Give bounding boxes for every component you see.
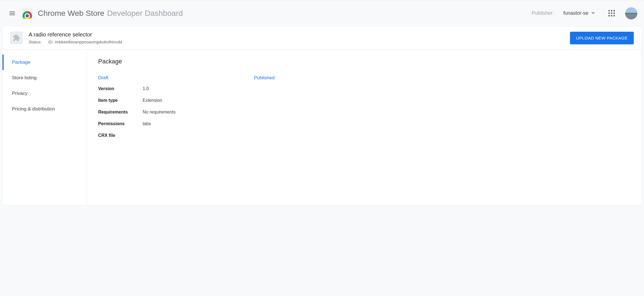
kv-key: Version bbox=[98, 86, 143, 91]
chevron-down-icon bbox=[591, 12, 595, 14]
kv-row-version: Version 1.0 bbox=[98, 86, 254, 91]
kv-key: Item type bbox=[98, 98, 143, 103]
top-bar: Chrome Web Store Developer Dashboard Pub… bbox=[0, 0, 644, 26]
draft-column: Draft Version 1.0 Item type Extension Re… bbox=[98, 75, 254, 145]
publisher-dropdown[interactable]: funastor-se bbox=[563, 10, 595, 16]
publisher-value: funastor-se bbox=[563, 10, 588, 16]
id-label: ID: bbox=[48, 40, 54, 44]
extension-puzzle-icon bbox=[10, 32, 23, 44]
published-header: Published bbox=[254, 75, 410, 81]
kv-row-crx-file: CRX file bbox=[98, 133, 254, 138]
kv-val: 1.0 bbox=[143, 86, 149, 91]
title-main: Chrome Web Store bbox=[38, 9, 104, 18]
status-label: Status: bbox=[29, 40, 42, 44]
main-content: Package Draft Version 1.0 Item type Exte… bbox=[87, 50, 641, 205]
kv-key: CRX file bbox=[98, 133, 143, 138]
sidebar: Package Store listing Privacy Pricing & … bbox=[3, 50, 87, 205]
sidebar-item-label: Store listing bbox=[12, 75, 37, 80]
extension-meta: A radio reference selector Status: ID: i… bbox=[29, 31, 122, 44]
draft-header: Draft bbox=[98, 75, 254, 81]
title-sub: Developer Dashboard bbox=[107, 9, 183, 18]
chrome-web-store-logo-icon bbox=[22, 8, 33, 19]
id-value: imbkeeibioanppnoaomjpkokolhincdd bbox=[55, 40, 122, 44]
sidebar-item-label: Privacy bbox=[12, 91, 28, 96]
menu-icon[interactable] bbox=[7, 8, 18, 19]
publisher-label: Publisher: bbox=[532, 10, 554, 16]
sidebar-item-package[interactable]: Package bbox=[3, 55, 87, 70]
item-header: A radio reference selector Status: ID: i… bbox=[2, 26, 642, 50]
kv-val: tabs bbox=[143, 121, 151, 126]
sidebar-item-privacy[interactable]: Privacy bbox=[3, 86, 87, 101]
extension-name: A radio reference selector bbox=[29, 31, 122, 38]
section-title: Package bbox=[98, 58, 630, 65]
google-apps-icon[interactable] bbox=[608, 10, 615, 17]
published-column: Published bbox=[254, 75, 410, 145]
kv-val: No requirements bbox=[143, 110, 175, 115]
page-title: Chrome Web Store Developer Dashboard bbox=[38, 9, 183, 18]
sidebar-item-pricing-distribution[interactable]: Pricing & distribution bbox=[3, 101, 87, 117]
sidebar-item-label: Package bbox=[12, 60, 30, 65]
sidebar-item-label: Pricing & distribution bbox=[12, 106, 55, 112]
kv-row-item-type: Item type Extension bbox=[98, 98, 254, 103]
kv-row-permissions: Permissions tabs bbox=[98, 121, 254, 126]
body: Package Store listing Privacy Pricing & … bbox=[2, 50, 642, 205]
sidebar-item-store-listing[interactable]: Store listing bbox=[3, 70, 87, 86]
kv-key: Permissions bbox=[98, 121, 143, 126]
avatar[interactable] bbox=[625, 7, 637, 19]
kv-val: Extension bbox=[143, 98, 162, 103]
kv-key: Requirements bbox=[98, 110, 143, 115]
upload-new-package-button[interactable]: UPLOAD NEW PACKAGE bbox=[570, 32, 634, 44]
kv-row-requirements: Requirements No requirements bbox=[98, 110, 254, 115]
